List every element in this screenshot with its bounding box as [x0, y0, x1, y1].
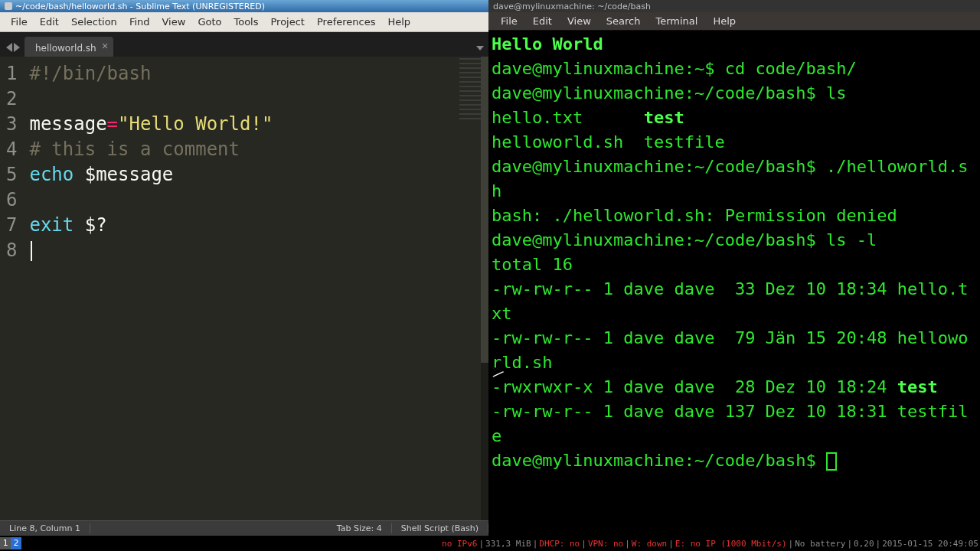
- tm-prompt-bash-3: dave@mylinuxmachine:~/code/bash$: [492, 230, 826, 249]
- status-battery: No battery: [793, 539, 847, 549]
- workspace-1[interactable]: 1: [0, 537, 11, 549]
- tab-close-icon[interactable]: ✕: [102, 41, 109, 51]
- status-dhcp: DHCP: no: [537, 539, 581, 549]
- sublime-tabstrip: helloworld.sh ✕: [0, 32, 488, 57]
- status-vpn: VPN: no: [586, 539, 625, 549]
- code-line-5-kw: echo: [29, 164, 74, 185]
- sublime-menubar: File Edit Selection Find View Goto Tools…: [0, 12, 488, 32]
- menu-edit[interactable]: Edit: [34, 15, 65, 29]
- line-gutter: 1 2 3 4 5 6 7 8: [0, 57, 24, 520]
- sublime-editor[interactable]: 1 2 3 4 5 6 7 8 #!/bin/bash message="Hel…: [0, 57, 488, 520]
- code-line-3-var: message: [29, 113, 106, 135]
- workspace-switcher: 1 2: [0, 537, 21, 549]
- status-syntax[interactable]: Shell Script (Bash): [392, 523, 488, 533]
- code-line-7-kw: exit: [29, 214, 74, 236]
- status-load: 0,20: [852, 539, 876, 549]
- vertical-scrollbar[interactable]: [481, 57, 488, 520]
- terminal-cursor: [826, 452, 837, 471]
- terminal-body[interactable]: Hello World dave@mylinuxmachine:~$ cd co…: [488, 31, 980, 536]
- terminal-title-text: dave@mylinuxmachine: ~/code/bash: [493, 2, 651, 11]
- text-cursor: [31, 241, 32, 261]
- workspace-2[interactable]: 2: [11, 537, 21, 549]
- app-icon: [5, 2, 12, 10]
- menu-preferences[interactable]: Preferences: [311, 15, 381, 29]
- status-mem: 331,3 MiB: [484, 539, 533, 549]
- menu-help[interactable]: Help: [381, 15, 416, 29]
- tm-prompt-home: dave@mylinuxmachine:~$: [492, 59, 725, 78]
- code-area[interactable]: #!/bin/bash message="Hello World!" # thi…: [24, 57, 273, 520]
- terminal-window: dave@mylinuxmachine: ~/code/bash File Ed…: [488, 0, 980, 536]
- tab-dropdown-icon[interactable]: [476, 46, 484, 51]
- status-position[interactable]: Line 8, Column 1: [0, 523, 90, 533]
- tm-menu-file[interactable]: File: [493, 14, 525, 28]
- menu-file[interactable]: File: [5, 15, 34, 29]
- tm-out-hello: Hello World: [492, 34, 603, 54]
- sublime-titlebar[interactable]: ~/code/bash/helloworld.sh - Sublime Text…: [0, 0, 488, 12]
- status-panel: 1 2 no IPv6| 331,3 MiB| DHCP: no| VPN: n…: [0, 536, 980, 551]
- status-noipv6: no IPv6: [440, 539, 479, 549]
- tm-prompt-bash-2: dave@mylinuxmachine:~/code/bash$: [492, 157, 826, 176]
- code-line-1: #!/bin/bash: [29, 63, 151, 84]
- tm-menu-search[interactable]: Search: [599, 14, 648, 28]
- sublime-statusbar: Line 8, Column 1 Tab Size: 4 Shell Scrip…: [0, 520, 488, 536]
- scrollbar-thumb[interactable]: [481, 57, 488, 363]
- menu-goto[interactable]: Goto: [191, 15, 227, 29]
- menu-view[interactable]: View: [156, 15, 192, 29]
- tm-menu-edit[interactable]: Edit: [525, 14, 560, 28]
- status-wdown: W: down: [630, 539, 668, 549]
- status-datetime: 2015-01-15 20:49:05: [880, 539, 980, 549]
- tm-menu-view[interactable]: View: [560, 14, 599, 28]
- tab-label: helloworld.sh: [35, 43, 96, 54]
- terminal-menubar: File Edit View Search Terminal Help: [488, 12, 980, 31]
- tm-menu-terminal[interactable]: Terminal: [648, 14, 705, 28]
- sublime-title-text: ~/code/bash/helloworld.sh - Sublime Text…: [15, 2, 265, 11]
- tab-helloworld[interactable]: helloworld.sh ✕: [24, 37, 113, 57]
- forward-icon[interactable]: [14, 43, 20, 52]
- menu-selection[interactable]: Selection: [65, 15, 123, 29]
- tm-prompt-bash-4: dave@mylinuxmachine:~/code/bash$: [492, 451, 826, 470]
- tm-perm-denied: bash: ./helloworld.sh: Permission denied: [492, 206, 897, 225]
- menu-project[interactable]: Project: [264, 15, 310, 29]
- terminal-titlebar[interactable]: dave@mylinuxmachine: ~/code/bash: [488, 0, 980, 12]
- menu-tools[interactable]: Tools: [227, 15, 264, 29]
- sublime-window: ~/code/bash/helloworld.sh - Sublime Text…: [0, 0, 488, 536]
- menu-find[interactable]: Find: [123, 15, 156, 29]
- code-line-4: # this is a comment: [29, 139, 240, 160]
- status-tabsize[interactable]: Tab Size: 4: [328, 523, 392, 533]
- tm-menu-help[interactable]: Help: [705, 14, 743, 28]
- back-icon[interactable]: [6, 43, 12, 52]
- status-eth: E: no IP (1000 Mbit/s): [674, 539, 789, 549]
- tm-prompt-bash-1: dave@mylinuxmachine:~/code/bash$: [492, 83, 826, 103]
